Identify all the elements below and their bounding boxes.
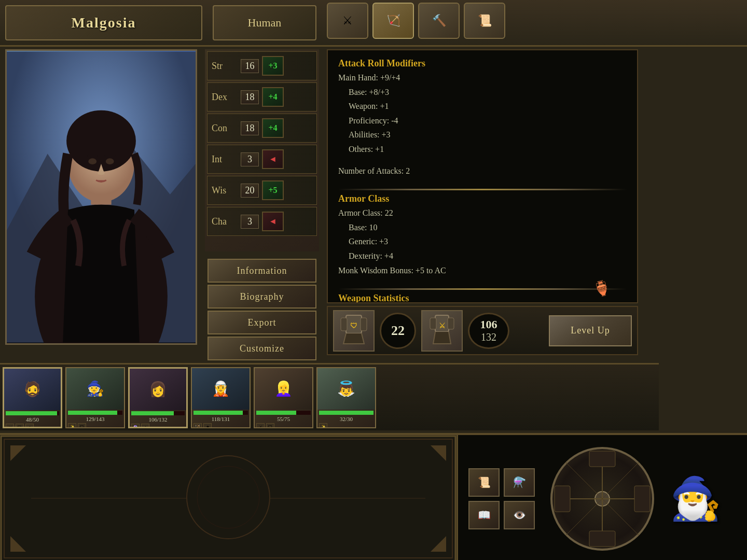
tab-icons-container: ⚔ 🏹 🔨 📜 xyxy=(327,3,505,39)
armor-figure-svg: 🛡 xyxy=(336,313,372,349)
attack-others: Others: +1 xyxy=(338,143,627,156)
divider-1 xyxy=(338,189,627,190)
compass-wheel[interactable] xyxy=(550,447,654,551)
party-member-6[interactable]: 👼 32/30 ✨ xyxy=(316,367,376,428)
bottom-decoration-svg xyxy=(0,435,457,560)
party-icon-star: ★ xyxy=(25,424,34,428)
stat-mod-cha[interactable]: ◄ xyxy=(262,212,284,231)
svg-rect-13 xyxy=(430,318,436,329)
svg-rect-9 xyxy=(341,318,347,331)
party-member-5[interactable]: 👱‍♀️ 55/75 ⚔ 🛡 xyxy=(254,367,313,428)
party-icon-shield: 🛡 xyxy=(16,424,24,428)
party-portrait-3: 👩 xyxy=(130,369,186,410)
party-hp-fill-3 xyxy=(131,411,174,415)
stat-label-cha: Cha xyxy=(212,216,238,227)
party-icon-m3: 🔮 xyxy=(131,424,140,428)
attack-weapon: Weapon: +1 xyxy=(338,100,627,113)
stat-label-dex: Dex xyxy=(212,92,238,103)
attack-section: Attack Roll Modifiers Main Hand: +9/+4 B… xyxy=(338,58,627,156)
weapon-title: Weapon Statistics xyxy=(338,293,627,303)
party-icons-5: ⚔ 🛡 xyxy=(255,422,312,428)
armor-class-display: 22 xyxy=(391,323,405,339)
stat-mod-con[interactable]: +4 xyxy=(262,118,284,138)
stat-row-cha: Cha 3 ◄ xyxy=(207,207,317,236)
stat-mod-wis[interactable]: +5 xyxy=(262,180,284,200)
customize-button[interactable]: Customize xyxy=(208,337,316,360)
tab-combat[interactable]: ⚔ xyxy=(327,3,368,39)
party-hp-fill-2 xyxy=(68,411,117,415)
party-member-4[interactable]: 🧝 118/131 🏹 ★ xyxy=(191,367,251,428)
party-icon-m5: ⚔ xyxy=(256,423,265,428)
attack-title: Attack Roll Modifiers xyxy=(338,58,627,69)
party-icons-2: ✨ 🛡 xyxy=(66,422,124,428)
party-member-3[interactable]: 👩 106/132 🔮 ★ xyxy=(128,367,188,428)
skill-icon-4[interactable]: 👁️ xyxy=(504,501,535,529)
stat-row-con: Con 18 +4 xyxy=(207,114,317,143)
party-member-2[interactable]: 🧙 129/143 ✨ 🛡 xyxy=(65,367,125,428)
portrait-svg xyxy=(7,49,196,345)
party-hp-text-2: 129/143 xyxy=(66,416,124,422)
action-buttons-container: Information Biography Export Customize xyxy=(205,257,319,362)
armor-class-circle: 22 xyxy=(380,313,416,349)
party-hp-fill-4 xyxy=(193,411,243,415)
portrait-panel xyxy=(5,49,197,345)
party-icon-m4: 🏹 xyxy=(193,423,202,428)
party-icon-sword: ⚔ xyxy=(6,424,14,428)
export-button[interactable]: Export xyxy=(208,311,316,334)
skill-icon-2[interactable]: ⚗️ xyxy=(504,468,535,497)
party-hp-text-6: 32/30 xyxy=(317,416,375,422)
stat-mod-int[interactable]: ◄ xyxy=(262,149,284,169)
party-icon-m6: ✨ xyxy=(319,423,327,428)
party-hp-fill-6 xyxy=(319,411,374,415)
svg-rect-34 xyxy=(634,486,650,512)
biography-button[interactable]: Biography xyxy=(208,285,316,309)
party-hp-bar-2 xyxy=(68,411,122,415)
party-icon-s5: 🛡 xyxy=(266,423,274,428)
party-icons-1: ⚔ 🛡 ★ xyxy=(4,423,61,428)
race-panel: Human xyxy=(213,5,316,40)
compass-container xyxy=(550,447,654,551)
information-button[interactable]: Information xyxy=(208,259,316,283)
armor-figure-left: 🛡 xyxy=(333,310,375,352)
stat-mod-str[interactable]: +3 xyxy=(262,56,284,76)
party-portrait-6: 👼 xyxy=(317,368,375,410)
party-hp-fill-5 xyxy=(256,411,296,415)
stat-label-wis: Wis xyxy=(212,185,238,196)
party-icons-4: 🏹 ★ xyxy=(192,422,250,428)
stat-mod-dex[interactable]: +4 xyxy=(262,87,284,107)
tab-active[interactable]: 🏹 xyxy=(372,3,414,39)
stat-row-dex: Dex 18 +4 xyxy=(207,82,317,111)
svg-rect-16 xyxy=(0,435,457,560)
party-icon-s4: ★ xyxy=(203,423,212,428)
party-portrait-1: 🧔 xyxy=(4,369,61,410)
skill-icon-3[interactable]: 📖 xyxy=(468,501,500,529)
party-hp-text-5: 55/75 xyxy=(255,416,312,422)
svg-rect-32 xyxy=(589,531,615,547)
bottom-ui: 📜 ⚗️ 📖 👁️ xyxy=(0,433,747,560)
top-bar: Malgosia Human ⚔ 🏹 🔨 📜 xyxy=(0,0,747,47)
svg-point-6 xyxy=(88,158,96,164)
svg-rect-33 xyxy=(555,486,570,512)
stats-display-panel: Attack Roll Modifiers Main Hand: +9/+4 B… xyxy=(327,49,638,303)
party-hp-text-1: 48/50 xyxy=(4,416,61,423)
stat-value-cha: 3 xyxy=(241,215,259,229)
hp-max: 132 xyxy=(481,331,496,343)
party-icons-3: 🔮 ★ xyxy=(130,423,186,428)
attack-base: Base: +8/+3 xyxy=(338,86,627,99)
bottom-right-area: 📜 ⚗️ 📖 👁️ xyxy=(457,435,747,560)
party-portrait-5: 👱‍♀️ xyxy=(255,368,312,410)
party-icon-magic: ✨ xyxy=(68,423,76,428)
hp-figure-svg: ⚔ xyxy=(424,313,460,349)
svg-rect-31 xyxy=(589,451,615,467)
party-hp-bar-5 xyxy=(256,411,311,415)
party-hp-bar-6 xyxy=(319,411,374,415)
level-up-button[interactable]: Level Up xyxy=(549,315,632,346)
party-member-1[interactable]: 🧔 48/50 ⚔ 🛡 ★ xyxy=(3,367,62,428)
skill-icon-1[interactable]: 📜 xyxy=(468,468,500,497)
party-icon-s2: 🛡 xyxy=(78,423,86,428)
stat-row-wis: Wis 20 +5 xyxy=(207,176,317,205)
stat-row-str: Str 16 +3 xyxy=(207,51,317,80)
party-icons-6: ✨ xyxy=(317,422,375,428)
tab-magic[interactable]: 📜 xyxy=(464,3,505,39)
tab-skills[interactable]: 🔨 xyxy=(418,3,460,39)
